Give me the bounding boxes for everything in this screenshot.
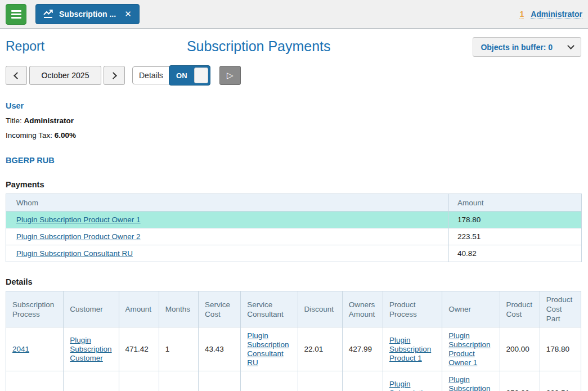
details-cell: 178.80 <box>540 327 581 371</box>
payments-table: Whom Amount Plugin Subscription Product … <box>6 194 582 262</box>
details-col-header: Owners Amount <box>342 291 383 327</box>
chevron-right-icon <box>110 72 117 79</box>
user-title-value: Administrator <box>24 116 74 125</box>
details-cell: 43.43 <box>198 327 240 371</box>
details-cell <box>6 371 64 391</box>
details-toggle-label: Details <box>133 71 169 80</box>
details-col-header: Owner <box>442 291 500 327</box>
details-cell: Plugin Subscription Product Owner 2 <box>442 371 500 391</box>
incoming-tax-value: 6.00% <box>55 131 76 140</box>
breadcrumb-report: Report <box>6 37 44 54</box>
details-cell: 200.00 <box>500 327 540 371</box>
details-heading: Details <box>6 277 581 286</box>
payments-row: Plugin Subscription Product Owner 2223.5… <box>6 228 582 245</box>
details-cell: 427.99 <box>342 327 383 371</box>
details-col-header: Amount <box>119 291 159 327</box>
details-col-header: Customer <box>64 291 119 327</box>
details-row: Plugin Subscription Product 2Plugin Subs… <box>6 371 581 391</box>
details-col-header: Discount <box>298 291 342 327</box>
toolbar: October 2025 Details ON ▷ <box>6 66 581 85</box>
close-icon[interactable]: ✕ <box>124 9 132 19</box>
details-cell: 223.51 <box>540 371 581 391</box>
hamburger-icon <box>11 10 21 12</box>
objects-in-buffer-dropdown[interactable]: Objects in buffer: 0 <box>473 37 581 57</box>
details-col-header: Months <box>159 291 198 327</box>
payments-row: Plugin Subscription Product Owner 1178.8… <box>6 212 582 228</box>
details-toggle[interactable]: ON <box>169 65 210 86</box>
payments-row: Plugin Subscription Consultant RU40.82 <box>6 245 582 262</box>
details-header-row: Subscription Process Customer Amount Mon… <box>6 291 581 327</box>
payment-amount-cell: 178.80 <box>449 212 582 228</box>
details-cell <box>241 371 298 391</box>
details-cell-link[interactable]: 2041 <box>12 345 29 353</box>
details-toggle-group: Details ON <box>132 66 210 84</box>
details-col-header: Product Process <box>383 291 442 327</box>
trend-chart-icon <box>43 10 54 19</box>
buffer-dropdown-label: Objects in buffer: 0 <box>481 43 553 52</box>
play-icon: ▷ <box>227 70 234 80</box>
payment-whom-link[interactable]: Plugin Subscription Product Owner 1 <box>16 215 141 224</box>
details-cell: 471.42 <box>119 327 159 371</box>
payments-heading: Payments <box>6 180 581 189</box>
details-cell: 1 <box>159 327 198 371</box>
details-cell-link[interactable]: Plugin Subscription Product 1 <box>389 336 431 362</box>
details-row: 2041Plugin Subscription Customer471.4214… <box>6 327 581 371</box>
tab-label: Subscription ... <box>59 10 116 19</box>
run-report-button[interactable]: ▷ <box>219 66 241 85</box>
details-cell-link[interactable]: Plugin Subscription Product Owner 1 <box>448 331 490 367</box>
details-table: Subscription Process Customer Amount Mon… <box>6 291 581 391</box>
chevron-down-icon <box>567 42 574 50</box>
details-cell-link[interactable]: Plugin Subscription Consultant RU <box>247 331 289 367</box>
payment-amount-cell: 40.82 <box>449 245 582 262</box>
details-cell <box>119 371 159 391</box>
next-month-button[interactable] <box>104 66 125 85</box>
details-col-header: Product Cost <box>500 291 540 327</box>
details-col-header: Service Consultant <box>241 291 298 327</box>
menu-button[interactable] <box>6 4 26 25</box>
details-cell: Plugin Subscription Product 2 <box>383 371 442 391</box>
header-row: Report Subscription Payments Objects in … <box>6 37 581 57</box>
details-cell-link[interactable]: Plugin Subscription Product Owner 2 <box>448 375 490 391</box>
prev-month-button[interactable] <box>6 66 27 85</box>
details-cell: 2041 <box>6 327 64 371</box>
month-button[interactable]: October 2025 <box>29 66 101 85</box>
chevron-left-icon <box>14 72 21 79</box>
details-cell: Plugin Subscription Product Owner 1 <box>442 327 500 371</box>
payments-col-whom: Whom <box>6 194 449 212</box>
details-cell-link[interactable]: Plugin Subscription Customer <box>70 336 111 362</box>
page-title: Subscription Payments <box>44 37 473 55</box>
details-cell <box>298 371 342 391</box>
incoming-tax-line: Incoming Tax: 6.00% <box>6 131 581 140</box>
payments-header-row: Whom Amount <box>6 194 582 212</box>
page-content: Report Subscription Payments Objects in … <box>0 29 588 391</box>
details-col-header: Product Cost Part <box>540 291 581 327</box>
details-cell: 22.01 <box>298 327 342 371</box>
details-cell <box>342 371 383 391</box>
payment-whom-link[interactable]: Plugin Subscription Product Owner 2 <box>16 232 141 241</box>
details-cell <box>64 371 119 391</box>
details-cell <box>198 371 240 391</box>
details-col-header: Subscription Process <box>6 291 64 327</box>
details-cell: Plugin Subscription Customer <box>64 327 119 371</box>
details-cell: 250.00 <box>500 371 540 391</box>
details-cell: Plugin Subscription Product 1 <box>383 327 442 371</box>
currency-heading: BGERP RUB <box>6 156 581 165</box>
toggle-on-label: ON <box>169 71 194 80</box>
details-cell-link[interactable]: Plugin Subscription Product 2 <box>389 380 431 391</box>
buffer-count-badge[interactable]: 1 <box>519 10 524 19</box>
payment-amount-cell: 223.51 <box>449 228 582 245</box>
payment-whom-link[interactable]: Plugin Subscription Consultant RU <box>16 249 133 258</box>
details-cell <box>159 371 198 391</box>
payments-col-amount: Amount <box>449 194 582 212</box>
user-menu-link[interactable]: Administrator <box>531 10 582 19</box>
details-cell: Plugin Subscription Consultant RU <box>241 327 298 371</box>
topbar: Subscription ... ✕ 1 Administrator <box>0 0 588 29</box>
user-section-heading: User <box>6 101 581 110</box>
tab-subscription-payments[interactable]: Subscription ... ✕ <box>35 4 140 24</box>
details-col-header: Service Cost <box>198 291 240 327</box>
toggle-knob <box>194 68 208 83</box>
user-title-line: Title: Administrator <box>6 116 581 125</box>
